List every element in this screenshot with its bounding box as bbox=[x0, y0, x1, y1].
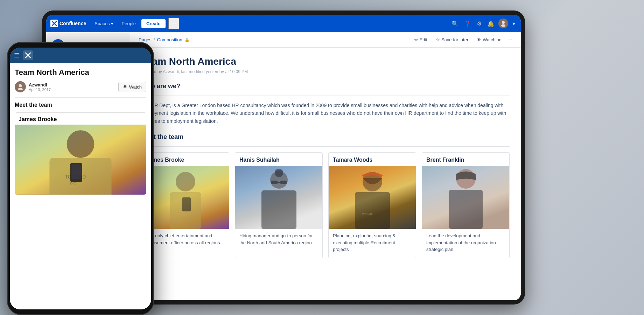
spaces-chevron-icon: ▾ bbox=[111, 21, 113, 26]
watching-label: Watching bbox=[483, 37, 502, 42]
breadcrumb: Pages / Composition 🔒 bbox=[139, 37, 190, 42]
settings-icon[interactable]: ⚙ bbox=[475, 19, 483, 28]
phone-device: ☰ Team North America bbox=[7, 42, 154, 315]
create-nav-button[interactable]: Create bbox=[141, 19, 165, 28]
more-nav-button[interactable]: ··· bbox=[168, 18, 179, 29]
confluence-logo[interactable]: Confluence bbox=[50, 20, 86, 27]
team-card-brent: Brent Franklin Lead the development and … bbox=[422, 152, 510, 258]
team-grid: James Brooke bbox=[141, 152, 510, 258]
create-label: Create bbox=[146, 21, 160, 26]
svg-point-0 bbox=[502, 21, 505, 24]
team-card-james: James Brooke bbox=[141, 152, 229, 258]
phone-card-james: James Brooke bbox=[15, 112, 146, 195]
confluence-x-icon bbox=[50, 20, 58, 27]
hanis-name: Hanis Suhailah bbox=[235, 153, 322, 166]
svg-point-1 bbox=[501, 24, 505, 27]
phone-james-name: James Brooke bbox=[15, 113, 146, 125]
hanis-desc: Hiring manager and go-to person for the … bbox=[235, 229, 322, 251]
toolbar-actions: ✏ Edit ☆ Save for later 👁 Watching ··· bbox=[412, 36, 512, 44]
phone-james-photo: TOMRED DIO bbox=[15, 125, 146, 195]
svg-rect-14 bbox=[355, 192, 390, 229]
phone-hamburger-icon[interactable]: ☰ bbox=[14, 51, 20, 59]
page-title: Team North America bbox=[141, 56, 510, 67]
tamara-photo: PRISMA bbox=[329, 166, 416, 229]
phone-screen: ☰ Team North America bbox=[10, 48, 151, 309]
spaces-label: Spaces bbox=[94, 21, 110, 26]
brent-photo bbox=[422, 166, 509, 229]
phone-author: Azwandi Apr 13, 2017 bbox=[15, 81, 51, 92]
divider-1 bbox=[141, 96, 510, 96]
people-label: People bbox=[122, 21, 136, 26]
meet-the-team-heading: Meet the team bbox=[141, 133, 510, 141]
search-icon[interactable]: 🔍 bbox=[450, 19, 460, 28]
breadcrumb-pages-link[interactable]: Pages bbox=[139, 37, 152, 42]
phone-eye-icon: 👁 bbox=[123, 84, 127, 90]
phone-navbar: ☰ bbox=[10, 48, 151, 63]
svg-rect-10 bbox=[280, 181, 287, 184]
tamara-name: Tamara Woods bbox=[329, 153, 416, 166]
svg-point-18 bbox=[19, 84, 22, 88]
svg-text:PRISMA: PRISMA bbox=[362, 212, 373, 216]
lock-icon: 🔒 bbox=[184, 37, 190, 42]
people-nav-button[interactable]: People bbox=[119, 20, 139, 28]
notifications-icon[interactable]: 🔔 bbox=[486, 19, 496, 28]
spaces-nav-button[interactable]: Spaces ▾ bbox=[92, 20, 116, 28]
breadcrumb-separator: / bbox=[154, 37, 155, 42]
svg-rect-12 bbox=[261, 190, 296, 229]
phone-meta-row: Azwandi Apr 13, 2017 👁 Watch bbox=[15, 81, 146, 92]
phone-watch-label: Watch bbox=[129, 84, 142, 90]
page-description: Our HR Dept, is a Greater London based H… bbox=[141, 102, 510, 125]
james-photo bbox=[142, 166, 229, 229]
phone-author-avatar bbox=[15, 81, 26, 92]
watching-button[interactable]: 👁 Watching bbox=[474, 36, 504, 44]
team-card-tamara: Tamara Woods PRISMA bbox=[328, 152, 416, 258]
edit-button[interactable]: ✏ Edit bbox=[412, 36, 430, 44]
star-icon: ☆ bbox=[436, 37, 440, 42]
phone-author-name: Azwandi bbox=[29, 82, 51, 88]
team-card-hanis: Hanis Suhailah bbox=[235, 152, 323, 258]
breadcrumb-composition-link[interactable]: Composition bbox=[157, 37, 182, 42]
phone-date: Apr 13, 2017 bbox=[29, 88, 51, 92]
tamara-desc: Planning, exploring, sourcing & executin… bbox=[329, 229, 416, 258]
edit-icon: ✏ bbox=[414, 37, 418, 42]
page-content: Team North America Created by Azwandi, l… bbox=[130, 48, 521, 267]
svg-rect-6 bbox=[182, 197, 191, 211]
confluence-brand-name: Confluence bbox=[59, 21, 86, 26]
help-icon[interactable]: ❓ bbox=[463, 19, 472, 28]
svg-rect-26 bbox=[71, 164, 81, 179]
svg-point-21 bbox=[67, 131, 94, 158]
confluence-navbar: Confluence Spaces ▾ People Create ··· 🔍 … bbox=[46, 15, 521, 32]
phone-author-info: Azwandi Apr 13, 2017 bbox=[29, 82, 51, 92]
save-for-later-button[interactable]: ☆ Save for later bbox=[433, 36, 471, 44]
phone-meet-heading: Meet the team bbox=[15, 102, 146, 108]
svg-point-2 bbox=[176, 172, 195, 191]
save-for-later-label: Save for later bbox=[441, 37, 468, 42]
tablet-page-area: Pages / Composition 🔒 ✏ Edit ☆ Save for … bbox=[130, 32, 521, 300]
phone-divider bbox=[15, 97, 146, 98]
eye-icon: 👁 bbox=[477, 37, 481, 42]
phone-confluence-logo[interactable] bbox=[23, 50, 33, 60]
svg-rect-17 bbox=[449, 190, 483, 229]
phone-watch-button[interactable]: 👁 Watch bbox=[118, 82, 146, 92]
user-chevron-icon[interactable]: ▾ bbox=[511, 19, 517, 28]
more-actions-button[interactable]: ··· bbox=[507, 36, 512, 43]
page-meta: Created by Azwandi, last modified yester… bbox=[141, 69, 510, 74]
brent-desc: Lead the development and implementation … bbox=[422, 229, 509, 258]
hanis-photo bbox=[235, 166, 322, 229]
page-toolbar: Pages / Composition 🔒 ✏ Edit ☆ Save for … bbox=[130, 32, 521, 48]
phone-page-title: Team North America bbox=[15, 68, 146, 77]
james-name: James Brooke bbox=[142, 153, 229, 166]
user-avatar[interactable] bbox=[498, 19, 508, 28]
brent-name: Brent Franklin bbox=[422, 153, 509, 166]
edit-label: Edit bbox=[420, 37, 427, 42]
svg-rect-9 bbox=[271, 181, 278, 184]
who-are-we-heading: Who are we? bbox=[141, 83, 510, 90]
phone-page-content: Team North America Azwandi Apr 13, 2017 bbox=[10, 63, 151, 309]
divider-2 bbox=[141, 146, 510, 147]
james-desc: The only chief entertainment and amuseme… bbox=[142, 229, 229, 251]
svg-point-19 bbox=[18, 88, 23, 90]
